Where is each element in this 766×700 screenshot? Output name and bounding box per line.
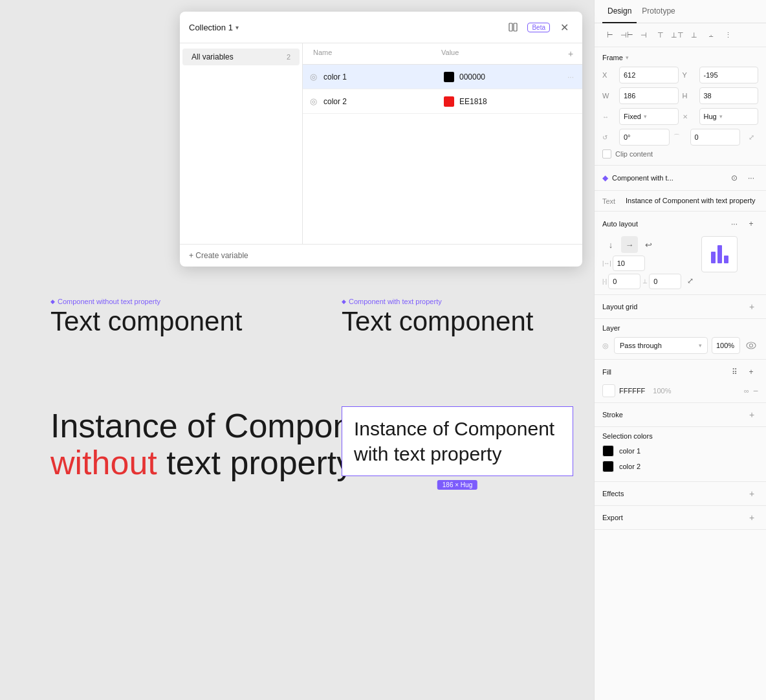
direction-horizontal-button[interactable]: → — [621, 236, 638, 253]
layout-grid-section: Layout grid + — [595, 295, 766, 319]
export-section: Export + — [595, 506, 766, 530]
align-left-button[interactable]: ⊢ — [602, 27, 618, 43]
add-column-button[interactable]: + — [559, 49, 582, 59]
y-input[interactable]: -195 — [699, 67, 759, 83]
without-highlight: without — [50, 444, 157, 481]
auto-layout-more-button[interactable]: ··· — [727, 217, 741, 231]
more-options-button[interactable]: ··· — [744, 171, 758, 185]
instance-with-text: Instance of Component with text property — [354, 416, 561, 466]
instance-size-label: 186 × Hug — [437, 480, 477, 490]
fill-title: Fill — [602, 368, 611, 376]
instance-with-box[interactable]: Instance of Component with text property… — [342, 406, 573, 476]
auto-layout-actions: ··· + — [727, 217, 758, 231]
width-mode-input[interactable]: Fixed ▾ — [619, 108, 679, 125]
color-hex-1: 000000 — [459, 72, 485, 82]
width-mode-chevron: ▾ — [644, 113, 647, 120]
tab-prototype[interactable]: Prototype — [637, 0, 680, 23]
align-top-button[interactable]: ⊤ — [653, 27, 668, 43]
selection-colors-header: Selection colors — [602, 432, 758, 440]
component-with-label: Component with text property — [342, 298, 534, 305]
wrap-button[interactable]: ↩ — [640, 236, 657, 253]
auto-layout-controls: ↓ → ↩ |↔| 10 |·| 0 — [602, 236, 758, 289]
h-padding-icon: |·| — [602, 278, 607, 285]
visibility-toggle-button[interactable] — [744, 338, 758, 353]
variable-row-2[interactable]: ◎ color 2 EE1818 — [303, 89, 582, 114]
align-center-h-button[interactable]: ⊣⊢ — [619, 27, 635, 43]
corner-input[interactable]: 0 — [690, 129, 741, 146]
selection-color-2[interactable]: color 2 — [602, 461, 758, 472]
design-prototype-tabs: Design Prototype — [595, 0, 766, 23]
export-section-header: Export + — [602, 511, 758, 524]
fill-section-header: Fill ⠿ + — [602, 365, 758, 379]
eye-icon — [746, 342, 756, 349]
variable-type-icon-1: ◎ — [303, 72, 323, 82]
all-variables-item[interactable]: All variables 2 — [182, 49, 300, 65]
distribute-v-button[interactable]: ⋮ — [720, 27, 736, 43]
variable-value-1: 000000 — [439, 72, 559, 82]
clip-content-checkbox[interactable] — [602, 149, 611, 159]
h-label: H — [683, 92, 695, 100]
remove-fill-button[interactable]: − — [753, 386, 758, 396]
add-fill-button[interactable]: + — [744, 365, 758, 379]
gap-input[interactable]: 10 — [613, 256, 645, 271]
create-variable-button[interactable]: + Create variable — [180, 244, 582, 267]
align-right-button[interactable]: ⊣ — [636, 27, 651, 43]
component-instance-header: ◆ Component with t... ⊙ ··· — [595, 166, 766, 191]
variable-name-2: color 2 — [323, 97, 347, 106]
auto-layout-header: Auto layout ··· + — [602, 217, 758, 231]
align-bottom-button[interactable]: ⊥ — [686, 27, 702, 43]
stroke-section-header: Stroke + — [602, 408, 758, 421]
resize-icon[interactable]: ⤢ — [744, 130, 758, 144]
expand-padding-button[interactable]: ⤢ — [683, 274, 697, 288]
gap-control: |↔| 10 — [602, 256, 645, 271]
x-label: X — [602, 71, 615, 79]
h-input[interactable]: 38 — [699, 87, 759, 104]
add-layout-grid-button[interactable]: + — [745, 300, 758, 313]
v-padding-input[interactable]: 0 — [649, 274, 681, 289]
variable-name-1: color 1 — [323, 72, 347, 82]
blend-mode-row: ◎ Pass through ▾ 100% — [602, 337, 758, 354]
x-input[interactable]: 612 — [619, 67, 679, 83]
fill-section-actions: ⠿ + — [727, 365, 758, 379]
collection-title-button[interactable]: Collection 1 ▾ — [189, 23, 239, 32]
canvas-area: Collection 1 ▾ Beta ✕ All variables 2 — [0, 0, 594, 700]
add-export-button[interactable]: + — [745, 511, 758, 524]
text-component-left: Text component — [50, 305, 243, 338]
fill-swatch[interactable] — [602, 384, 615, 397]
frame-chevron-icon: ▾ — [626, 54, 629, 61]
variable-type-icon-2: ◎ — [303, 96, 323, 106]
text-component-right: Text component — [342, 305, 534, 338]
layout-icon — [509, 23, 518, 32]
close-panel-button[interactable]: ✕ — [555, 18, 573, 36]
h-padding-input[interactable]: 0 — [608, 274, 640, 289]
align-center-v-button[interactable]: ⊥⊤ — [670, 27, 685, 43]
stroke-section: Stroke + — [595, 403, 766, 427]
color-2-swatch — [602, 461, 614, 472]
rotation-input[interactable]: 0° — [619, 129, 670, 146]
beta-badge: Beta — [527, 23, 550, 32]
fill-grid-button[interactable]: ⠿ — [727, 365, 741, 379]
w-input[interactable]: 186 — [619, 87, 679, 104]
grid-bars-visual — [711, 245, 728, 263]
variable-row-1[interactable]: ◎ color 1 000000 ··· — [303, 65, 582, 89]
add-auto-layout-button[interactable]: + — [744, 217, 758, 231]
direction-vertical-button[interactable]: ↓ — [602, 236, 619, 253]
detach-instance-button[interactable]: ⊙ — [727, 171, 741, 185]
add-stroke-button[interactable]: + — [745, 408, 758, 421]
layout-toggle-button[interactable] — [504, 18, 522, 36]
bar-3 — [724, 256, 728, 263]
instance-with-box-area[interactable]: Instance of Component with text property… — [342, 406, 573, 476]
blend-mode-select[interactable]: Pass through ▾ — [614, 337, 708, 354]
stroke-title: Stroke — [602, 411, 623, 419]
height-mode-icon: ✕ — [683, 113, 695, 120]
auto-layout-title: Auto layout — [602, 220, 638, 228]
height-mode-input[interactable]: Hug ▾ — [699, 108, 759, 125]
width-mode-icon: ↔ — [602, 113, 615, 120]
distribute-h-button[interactable]: ⫠ — [703, 27, 719, 43]
opacity-input[interactable]: 100% — [712, 337, 740, 354]
selection-color-1[interactable]: color 1 — [602, 445, 758, 457]
fill-link-icon: ∞ — [744, 387, 749, 395]
blend-mode-icon: ◎ — [602, 342, 609, 350]
tab-design[interactable]: Design — [602, 0, 637, 23]
add-effect-button[interactable]: + — [745, 487, 758, 500]
